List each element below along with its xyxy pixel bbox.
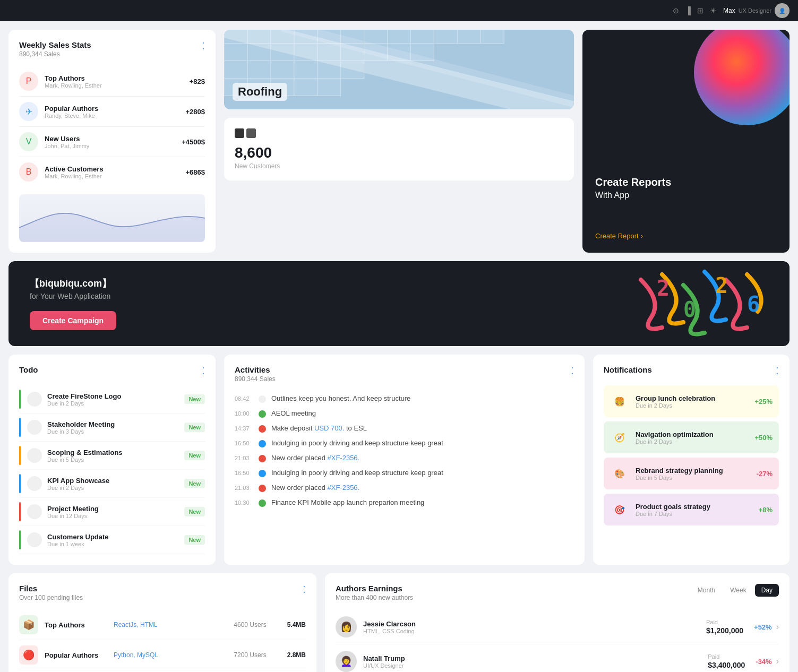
notif-info: Rebrand strategy planning Due in 5 Days xyxy=(636,467,757,481)
weekly-sales-menu[interactable]: ⁚ xyxy=(202,40,205,52)
notification-item[interactable]: 🧭 Navigation optimization Due in 2 Days … xyxy=(604,421,779,453)
notification-item[interactable]: 🎨 Rebrand strategy planning Due in 5 Day… xyxy=(604,458,779,489)
author-row: V New Users John, Pat, Jimmy +4500$ xyxy=(19,127,205,157)
todo-badge: New xyxy=(184,394,205,404)
notif-sub: Due in 5 Days xyxy=(636,475,757,481)
tab-week[interactable]: Week xyxy=(724,584,752,597)
arrow-icon: › xyxy=(641,232,643,240)
notification-item[interactable]: 🎯 Product goals strategy Due in 7 Days +… xyxy=(604,494,779,525)
notifications-list: 🍔 Group lunch celebration Due in 2 Days … xyxy=(604,385,779,525)
svg-text:2: 2 xyxy=(715,273,728,298)
file-size: 2.8MB xyxy=(274,651,306,659)
notification-item[interactable]: 🍔 Group lunch celebration Due in 2 Days … xyxy=(604,385,779,417)
tab-month[interactable]: Month xyxy=(691,584,722,597)
campaign-deco-svg: 2 0 2 6 xyxy=(630,269,790,338)
todo-bar xyxy=(19,474,21,493)
roofing-title: Roofing xyxy=(233,83,287,101)
todo-due: Due in 1 week xyxy=(47,541,184,547)
todo-info: Customers Update Due in 1 week xyxy=(47,533,184,547)
files-menu[interactable]: ⁚ xyxy=(303,584,306,596)
file-row[interactable]: 🔴 Popular Authors Python, MySQL 7200 Use… xyxy=(19,640,306,670)
earnings-info: Jessie Clarcson HTML, CSS Coding xyxy=(363,620,706,634)
author-name: Top Authors xyxy=(45,74,190,82)
author-sub: Mark, Rowling, Esther xyxy=(45,82,190,89)
todo-item[interactable]: Scoping & Estimations Due in 5 Days New xyxy=(19,442,205,470)
todo-circle xyxy=(27,392,42,407)
activity-dot xyxy=(259,499,266,507)
earnings-row[interactable]: 👩 Jessie Clarcson HTML, CSS Coding Paid … xyxy=(336,610,779,644)
todo-menu[interactable]: ⁚ xyxy=(202,365,205,377)
file-name: Popular Authors xyxy=(45,651,114,659)
activity-row: 10:30 Finance KPI Mobile app launch prep… xyxy=(235,495,574,510)
files-subtitle: Over 100 pending files xyxy=(19,594,83,601)
earnings-list: 👩 Jessie Clarcson HTML, CSS Coding Paid … xyxy=(336,610,779,672)
search-icon[interactable]: ⊙ xyxy=(673,6,679,15)
activity-text: Indulging in poorly driving and keep str… xyxy=(271,439,574,447)
activity-dot xyxy=(259,485,266,492)
earnings-avatar: 👩‍🦱 xyxy=(336,651,357,672)
user-name: Max xyxy=(723,7,735,14)
activities-card: Activities 890,344 Sales ⁚ 08:42 Outline… xyxy=(224,355,585,565)
earnings-arrow[interactable]: › xyxy=(776,657,779,666)
author-sub: Mark, Rowling, Esther xyxy=(45,173,185,179)
avatar[interactable]: 👤 xyxy=(775,3,790,18)
todo-item[interactable]: Create FireStone Logo Due in 2 Days New xyxy=(19,385,205,413)
author-name: Popular Authors xyxy=(45,105,185,113)
activity-list: 08:42 Outlines keep you honest. And keep… xyxy=(235,391,574,510)
activity-time: 16:50 xyxy=(235,470,259,476)
notifications-menu[interactable]: ⁚ xyxy=(776,365,779,377)
user-profile[interactable]: Max UX Designer 👤 xyxy=(723,3,790,18)
topbar: ⊙ ▐ ⊞ ☀ Max UX Designer 👤 xyxy=(0,0,798,21)
author-name: Active Customers xyxy=(45,165,185,173)
todo-item[interactable]: Customers Update Due in 1 week New xyxy=(19,526,205,554)
author-sub: Randy, Steve, Mike xyxy=(45,113,185,119)
chart-icon[interactable]: ▐ xyxy=(685,6,691,15)
todo-name: KPI App Showcase xyxy=(47,477,184,485)
author-row: ✈ Popular Authors Randy, Steve, Mike +28… xyxy=(19,97,205,127)
todo-item[interactable]: Project Meeting Due in 12 Days New xyxy=(19,498,205,526)
file-list: 📦 Top Authors ReactJs, HTML 4600 Users 5… xyxy=(19,610,306,672)
earnings-paid: Paid $3,400,000 xyxy=(708,653,745,669)
file-tags: ReactJs, HTML xyxy=(114,621,226,628)
notif-sub: Due in 2 Days xyxy=(636,402,754,409)
file-name: Top Authors xyxy=(45,621,114,629)
notif-info: Product goals strategy Due in 7 Days xyxy=(636,503,759,517)
activity-link[interactable]: USD 700. xyxy=(314,424,344,432)
todo-item[interactable]: KPI App Showcase Due in 2 Days New xyxy=(19,470,205,498)
activities-menu[interactable]: ⁚ xyxy=(571,365,574,377)
earnings-role: HTML, CSS Coding xyxy=(363,628,706,634)
svg-rect-13 xyxy=(224,44,247,61)
create-report-link[interactable]: Create Report › xyxy=(595,232,777,240)
author-value: +280$ xyxy=(185,108,205,116)
activity-time: 10:00 xyxy=(235,410,259,417)
earnings-row[interactable]: 👩‍🦱 Natali Trump UI/UX Designer Paid $3,… xyxy=(336,644,779,672)
files-title: Files xyxy=(19,584,83,593)
activity-link[interactable]: #XF-2356. xyxy=(328,454,360,462)
file-users: 4600 Users xyxy=(226,621,274,628)
author-icon: ✈ xyxy=(19,102,38,121)
svg-rect-32 xyxy=(318,78,341,96)
earnings-name: Jessie Clarcson xyxy=(363,620,706,628)
author-value: +82$ xyxy=(190,77,205,85)
tab-day[interactable]: Day xyxy=(755,584,779,597)
activity-dot xyxy=(259,455,266,462)
activity-link[interactable]: #XF-2356. xyxy=(328,484,360,492)
file-row[interactable]: 📦 Top Authors ReactJs, HTML 4600 Users 5… xyxy=(19,610,306,640)
activity-time: 21:03 xyxy=(235,455,259,461)
files-card: Files Over 100 pending files ⁚ 📦 Top Aut… xyxy=(8,573,316,672)
create-campaign-button[interactable]: Create Campaign xyxy=(30,311,116,330)
activity-dot xyxy=(259,395,266,403)
grid-icon[interactable]: ⊞ xyxy=(697,6,703,15)
todo-item[interactable]: Stakeholder Meeting Due in 3 Days New xyxy=(19,413,205,442)
activity-time: 16:50 xyxy=(235,440,259,446)
activity-text: New order placed #XF-2356. xyxy=(271,484,574,492)
earnings-change: +52% xyxy=(754,623,772,631)
file-tags: Python, MySQL xyxy=(114,651,226,659)
theme-icon[interactable]: ☀ xyxy=(710,6,717,15)
activity-row: 21:03 New order placed #XF-2356. xyxy=(235,451,574,466)
todo-info: Scoping & Estimations Due in 5 Days xyxy=(47,449,184,463)
earnings-arrow[interactable]: › xyxy=(776,622,779,632)
svg-text:0: 0 xyxy=(683,297,696,322)
todo-info: Stakeholder Meeting Due in 3 Days xyxy=(47,420,184,435)
author-value: +4500$ xyxy=(182,138,205,146)
